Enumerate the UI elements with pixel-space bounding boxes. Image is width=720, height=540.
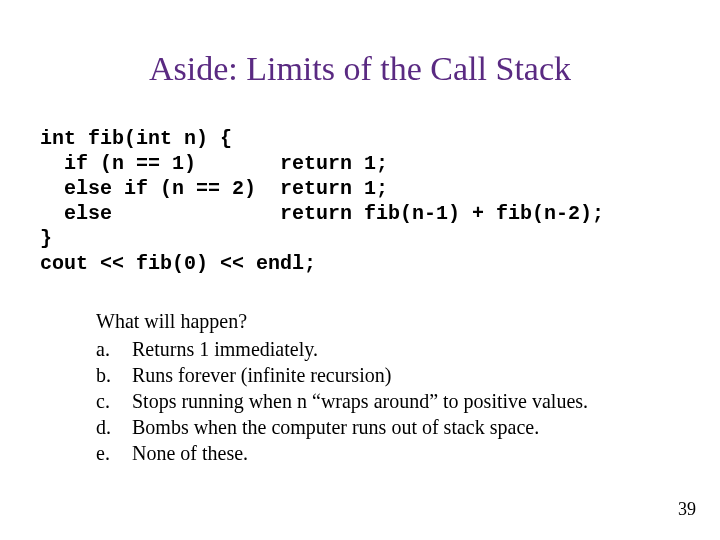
slide: Aside: Limits of the Call Stack int fib(…	[0, 0, 720, 540]
option-letter: a.	[96, 336, 132, 362]
question-block: What will happen? a. Returns 1 immediate…	[40, 308, 680, 466]
option-letter: b.	[96, 362, 132, 388]
option-e: e. None of these.	[96, 440, 680, 466]
option-letter: c.	[96, 388, 132, 414]
option-text: None of these.	[132, 440, 680, 466]
option-d: d. Bombs when the computer runs out of s…	[96, 414, 680, 440]
option-text: Bombs when the computer runs out of stac…	[132, 414, 680, 440]
option-text: Returns 1 immediately.	[132, 336, 680, 362]
code-block: int fib(int n) { if (n == 1) return 1; e…	[40, 126, 680, 276]
option-letter: d.	[96, 414, 132, 440]
slide-title: Aside: Limits of the Call Stack	[40, 50, 680, 88]
option-letter: e.	[96, 440, 132, 466]
option-a: a. Returns 1 immediately.	[96, 336, 680, 362]
option-text: Runs forever (infinite recursion)	[132, 362, 680, 388]
question-text: What will happen?	[96, 308, 680, 334]
page-number: 39	[678, 499, 696, 520]
option-b: b. Runs forever (infinite recursion)	[96, 362, 680, 388]
option-c: c. Stops running when n “wraps around” t…	[96, 388, 680, 414]
option-text: Stops running when n “wraps around” to p…	[132, 388, 680, 414]
